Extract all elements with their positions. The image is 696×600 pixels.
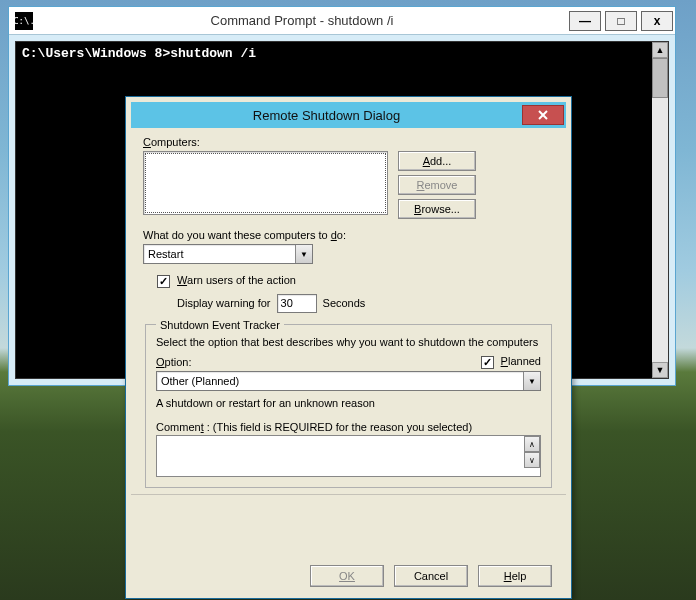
terminal-scrollbar[interactable]: ▲ ▼ [652, 42, 668, 378]
dialog-close-button[interactable] [522, 105, 564, 125]
add-button[interactable]: Add... [398, 151, 476, 171]
dialog-title: Remote Shutdown Dialog [131, 108, 522, 123]
minimize-button[interactable]: — [569, 11, 601, 31]
comment-scroll-up-icon[interactable]: ∧ [524, 436, 540, 452]
dialog-titlebar[interactable]: Remote Shutdown Dialog [131, 102, 566, 128]
close-icon [537, 109, 549, 121]
action-label: What do you want these computers to do: [143, 229, 554, 241]
seconds-input[interactable]: 30 [277, 294, 317, 313]
tracker-description: Select the option that best describes wh… [156, 335, 541, 350]
reason-description: A shutdown or restart for an unknown rea… [156, 397, 541, 409]
command-prompt-icon: C:\. [15, 12, 33, 30]
scroll-up-icon[interactable]: ▲ [652, 42, 668, 58]
action-select[interactable]: Restart ▼ [143, 244, 313, 264]
computers-label: Computers: [143, 136, 554, 148]
terminal-output: C:\Users\Windows 8>shutdown /i [16, 42, 668, 65]
chevron-down-icon[interactable]: ▼ [523, 372, 540, 390]
scroll-down-icon[interactable]: ▼ [652, 362, 668, 378]
seconds-label: Seconds [323, 297, 366, 309]
action-select-value: Restart [148, 248, 295, 260]
close-button[interactable]: x [641, 11, 673, 31]
warn-label: Warn users of the action [177, 274, 296, 286]
shutdown-event-tracker-group: Shutdown Event Tracker Select the option… [145, 319, 552, 488]
computers-listbox[interactable] [143, 151, 388, 215]
help-button[interactable]: Help [478, 565, 552, 587]
planned-label: Planned [501, 355, 541, 367]
command-prompt-title: Command Prompt - shutdown /i [39, 13, 565, 28]
maximize-button[interactable]: □ [605, 11, 637, 31]
browse-button[interactable]: Browse... [398, 199, 476, 219]
option-select[interactable]: Other (Planned) ▼ [156, 371, 541, 391]
remove-button[interactable]: Remove [398, 175, 476, 195]
tracker-legend: Shutdown Event Tracker [156, 319, 284, 331]
command-prompt-titlebar[interactable]: C:\. Command Prompt - shutdown /i — □ x [9, 7, 675, 35]
remote-shutdown-dialog: Remote Shutdown Dialog Computers: Add...… [125, 96, 572, 599]
comment-textarea[interactable]: ∧ ∨ [156, 435, 541, 477]
ok-button[interactable]: OK [310, 565, 384, 587]
option-select-value: Other (Planned) [161, 375, 523, 387]
comment-scroll-down-icon[interactable]: ∨ [524, 452, 540, 468]
separator [131, 494, 566, 495]
planned-checkbox[interactable]: ✓ [481, 356, 494, 369]
option-label: Option: [156, 356, 191, 368]
cancel-button[interactable]: Cancel [394, 565, 468, 587]
comment-label: Comment : (This field is REQUIRED for th… [156, 421, 541, 433]
scroll-thumb[interactable] [652, 58, 668, 98]
display-warning-label: Display warning for [177, 297, 271, 309]
chevron-down-icon[interactable]: ▼ [295, 245, 312, 263]
warn-checkbox[interactable]: ✓ [157, 275, 170, 288]
